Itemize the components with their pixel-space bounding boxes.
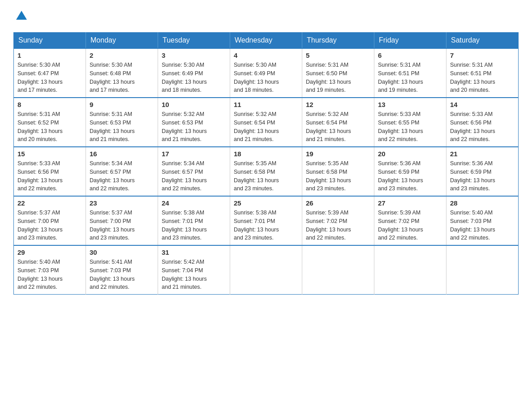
day-info: Sunrise: 5:30 AM Sunset: 6:49 PM Dayligh… <box>162 61 226 94</box>
day-number: 23 <box>90 199 154 207</box>
header-tuesday: Tuesday <box>158 33 230 49</box>
day-number: 18 <box>234 150 298 158</box>
week-row-2: 8 Sunrise: 5:31 AM Sunset: 6:52 PM Dayli… <box>14 98 519 147</box>
day-cell: 21 Sunrise: 5:36 AM Sunset: 6:59 PM Dayl… <box>446 147 519 196</box>
day-number: 24 <box>162 199 226 207</box>
day-info: Sunrise: 5:31 AM Sunset: 6:50 PM Dayligh… <box>306 61 370 94</box>
day-info: Sunrise: 5:39 AM Sunset: 7:02 PM Dayligh… <box>306 209 370 242</box>
day-cell: 2 Sunrise: 5:30 AM Sunset: 6:48 PM Dayli… <box>86 48 158 98</box>
calendar-header-row: SundayMondayTuesdayWednesdayThursdayFrid… <box>14 33 519 49</box>
day-cell: 9 Sunrise: 5:31 AM Sunset: 6:53 PM Dayli… <box>86 98 158 147</box>
day-cell: 15 Sunrise: 5:33 AM Sunset: 6:56 PM Dayl… <box>14 147 86 196</box>
week-row-3: 15 Sunrise: 5:33 AM Sunset: 6:56 PM Dayl… <box>14 147 519 196</box>
day-info: Sunrise: 5:35 AM Sunset: 6:58 PM Dayligh… <box>234 159 298 193</box>
day-number: 20 <box>378 150 442 158</box>
day-cell: 17 Sunrise: 5:34 AM Sunset: 6:57 PM Dayl… <box>158 147 230 196</box>
day-cell: 30 Sunrise: 5:41 AM Sunset: 7:03 PM Dayl… <box>86 245 158 295</box>
header-wednesday: Wednesday <box>230 33 302 49</box>
day-cell: 8 Sunrise: 5:31 AM Sunset: 6:52 PM Dayli… <box>14 98 86 147</box>
week-row-1: 1 Sunrise: 5:30 AM Sunset: 6:47 PM Dayli… <box>14 48 519 98</box>
day-info: Sunrise: 5:30 AM Sunset: 6:48 PM Dayligh… <box>90 61 154 94</box>
svg-marker-0 <box>16 11 27 20</box>
day-number: 13 <box>378 101 442 108</box>
day-number: 1 <box>17 51 82 59</box>
day-cell: 22 Sunrise: 5:37 AM Sunset: 7:00 PM Dayl… <box>14 196 86 245</box>
day-info: Sunrise: 5:35 AM Sunset: 6:58 PM Dayligh… <box>306 159 370 193</box>
day-number: 2 <box>90 51 154 59</box>
day-cell: 26 Sunrise: 5:39 AM Sunset: 7:02 PM Dayl… <box>302 196 374 245</box>
day-number: 26 <box>306 199 370 207</box>
day-cell: 3 Sunrise: 5:30 AM Sunset: 6:49 PM Dayli… <box>158 48 230 98</box>
day-info: Sunrise: 5:30 AM Sunset: 6:47 PM Dayligh… <box>17 61 82 94</box>
day-cell: 27 Sunrise: 5:39 AM Sunset: 7:02 PM Dayl… <box>374 196 446 245</box>
page-header <box>13 9 519 23</box>
day-number: 19 <box>306 150 370 158</box>
day-cell: 31 Sunrise: 5:42 AM Sunset: 7:04 PM Dayl… <box>158 245 230 295</box>
day-cell: 1 Sunrise: 5:30 AM Sunset: 6:47 PM Dayli… <box>14 48 86 98</box>
day-cell: 6 Sunrise: 5:31 AM Sunset: 6:51 PM Dayli… <box>374 48 446 98</box>
day-number: 17 <box>162 150 226 158</box>
header-thursday: Thursday <box>302 33 374 49</box>
day-number: 11 <box>234 101 298 108</box>
week-row-5: 29 Sunrise: 5:40 AM Sunset: 7:03 PM Dayl… <box>14 245 519 295</box>
day-cell: 7 Sunrise: 5:31 AM Sunset: 6:51 PM Dayli… <box>446 48 519 98</box>
day-number: 14 <box>450 101 515 108</box>
day-number: 27 <box>378 199 442 207</box>
day-cell: 12 Sunrise: 5:32 AM Sunset: 6:54 PM Dayl… <box>302 98 374 147</box>
day-info: Sunrise: 5:39 AM Sunset: 7:02 PM Dayligh… <box>378 209 442 242</box>
day-info: Sunrise: 5:38 AM Sunset: 7:01 PM Dayligh… <box>234 209 298 242</box>
day-info: Sunrise: 5:31 AM Sunset: 6:51 PM Dayligh… <box>378 61 442 94</box>
header-sunday: Sunday <box>14 33 86 49</box>
day-number: 3 <box>162 51 226 59</box>
day-cell: 14 Sunrise: 5:33 AM Sunset: 6:56 PM Dayl… <box>446 98 519 147</box>
day-cell: 28 Sunrise: 5:40 AM Sunset: 7:03 PM Dayl… <box>446 196 519 245</box>
day-cell <box>446 245 519 295</box>
day-cell: 16 Sunrise: 5:34 AM Sunset: 6:57 PM Dayl… <box>86 147 158 196</box>
day-info: Sunrise: 5:34 AM Sunset: 6:57 PM Dayligh… <box>90 159 154 193</box>
day-number: 4 <box>234 51 298 59</box>
day-info: Sunrise: 5:34 AM Sunset: 6:57 PM Dayligh… <box>162 159 226 193</box>
day-info: Sunrise: 5:36 AM Sunset: 6:59 PM Dayligh… <box>378 159 442 193</box>
day-cell: 29 Sunrise: 5:40 AM Sunset: 7:03 PM Dayl… <box>14 245 86 295</box>
day-info: Sunrise: 5:36 AM Sunset: 6:59 PM Dayligh… <box>450 159 515 193</box>
day-number: 12 <box>306 101 370 108</box>
header-monday: Monday <box>86 33 158 49</box>
day-cell: 19 Sunrise: 5:35 AM Sunset: 6:58 PM Dayl… <box>302 147 374 196</box>
day-cell: 11 Sunrise: 5:32 AM Sunset: 6:54 PM Dayl… <box>230 98 302 147</box>
day-info: Sunrise: 5:31 AM Sunset: 6:52 PM Dayligh… <box>17 110 82 144</box>
day-number: 25 <box>234 199 298 207</box>
day-info: Sunrise: 5:37 AM Sunset: 7:00 PM Dayligh… <box>90 209 154 242</box>
day-number: 31 <box>162 248 226 256</box>
header-saturday: Saturday <box>446 33 519 49</box>
day-number: 29 <box>17 248 82 256</box>
day-info: Sunrise: 5:31 AM Sunset: 6:53 PM Dayligh… <box>90 110 154 144</box>
day-number: 21 <box>450 150 515 158</box>
day-cell: 25 Sunrise: 5:38 AM Sunset: 7:01 PM Dayl… <box>230 196 302 245</box>
day-info: Sunrise: 5:40 AM Sunset: 7:03 PM Dayligh… <box>450 209 515 242</box>
day-info: Sunrise: 5:32 AM Sunset: 6:53 PM Dayligh… <box>162 110 226 144</box>
day-number: 8 <box>17 101 82 108</box>
day-cell: 5 Sunrise: 5:31 AM Sunset: 6:50 PM Dayli… <box>302 48 374 98</box>
day-info: Sunrise: 5:42 AM Sunset: 7:04 PM Dayligh… <box>162 258 226 291</box>
day-number: 15 <box>17 150 82 158</box>
day-info: Sunrise: 5:33 AM Sunset: 6:55 PM Dayligh… <box>378 110 442 144</box>
day-cell <box>302 245 374 295</box>
day-cell: 10 Sunrise: 5:32 AM Sunset: 6:53 PM Dayl… <box>158 98 230 147</box>
day-info: Sunrise: 5:38 AM Sunset: 7:01 PM Dayligh… <box>162 209 226 242</box>
day-cell: 20 Sunrise: 5:36 AM Sunset: 6:59 PM Dayl… <box>374 147 446 196</box>
day-cell: 4 Sunrise: 5:30 AM Sunset: 6:49 PM Dayli… <box>230 48 302 98</box>
day-number: 28 <box>450 199 515 207</box>
day-info: Sunrise: 5:32 AM Sunset: 6:54 PM Dayligh… <box>306 110 370 144</box>
day-number: 16 <box>90 150 154 158</box>
day-number: 22 <box>17 199 82 207</box>
day-cell: 18 Sunrise: 5:35 AM Sunset: 6:58 PM Dayl… <box>230 147 302 196</box>
day-info: Sunrise: 5:40 AM Sunset: 7:03 PM Dayligh… <box>17 258 82 291</box>
logo-triangle-icon <box>15 9 28 21</box>
day-number: 9 <box>90 101 154 108</box>
day-number: 5 <box>306 51 370 59</box>
day-cell <box>230 245 302 295</box>
day-cell: 23 Sunrise: 5:37 AM Sunset: 7:00 PM Dayl… <box>86 196 158 245</box>
day-info: Sunrise: 5:31 AM Sunset: 6:51 PM Dayligh… <box>450 61 515 94</box>
day-number: 6 <box>378 51 442 59</box>
day-info: Sunrise: 5:33 AM Sunset: 6:56 PM Dayligh… <box>450 110 515 144</box>
